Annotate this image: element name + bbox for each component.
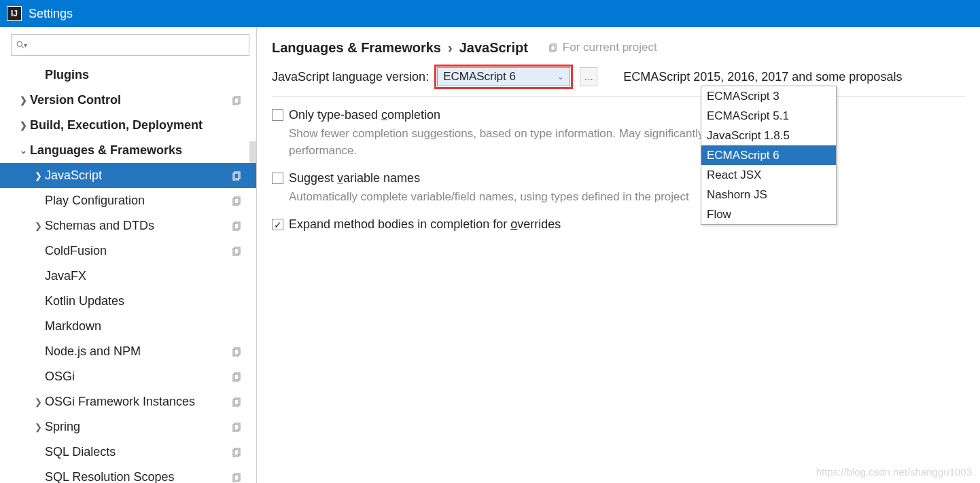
sidebar-item-label: OSGi xyxy=(45,370,75,384)
sidebar-item-label: Build, Execution, Deployment xyxy=(30,118,203,132)
chevron-right-icon: ❯ xyxy=(31,171,45,181)
sidebar-item-sql-dialects[interactable]: ▶SQL Dialects xyxy=(0,440,256,465)
project-scope-icon xyxy=(232,221,243,232)
sidebar-item-plugins[interactable]: ▶Plugins xyxy=(0,62,256,88)
option-type-based-completion: Only type-based completion Show fewer co… xyxy=(272,105,965,159)
watermark: https://blog.csdn.net/shanggu1003 xyxy=(816,466,972,478)
sidebar-item-languages-frameworks[interactable]: ⌄Languages & Frameworks xyxy=(0,138,256,163)
sidebar-item-sql-resolution-scopes[interactable]: ▶SQL Resolution Scopes xyxy=(0,465,256,483)
breadcrumb: Languages & Frameworks › JavaScript For … xyxy=(272,34,965,61)
sidebar-item-label: Languages & Frameworks xyxy=(30,143,182,158)
language-version-select[interactable]: ECMAScript 6 ⌄ xyxy=(437,67,570,86)
dropdown-item[interactable]: ECMAScript 5.1 xyxy=(701,106,836,126)
search-field[interactable] xyxy=(30,39,245,51)
language-version-row: JavaScript language version: ECMAScript … xyxy=(272,61,965,92)
chevron-down-icon: ⌄ xyxy=(557,72,564,82)
language-version-more-button[interactable]: … xyxy=(580,67,597,86)
option-expand-method-bodies: Expand method bodies in completion for o… xyxy=(272,215,965,234)
project-scope-icon xyxy=(232,346,243,357)
sidebar-item-schemas-dtds[interactable]: ❯Schemas and DTDs xyxy=(0,213,256,238)
chevron-down-icon: ⌄ xyxy=(16,145,30,156)
dialog-body: ▾ ▶Plugins ❯Version Control ❯Build, Exec… xyxy=(0,27,980,483)
sidebar-item-version-control[interactable]: ❯Version Control xyxy=(0,88,256,113)
option-label: Suggest variable names xyxy=(289,171,420,185)
search-dropdown-icon: ▾ xyxy=(24,41,27,49)
sidebar-item-label: Kotlin Updates xyxy=(45,294,124,308)
chevron-right-icon: ❯ xyxy=(16,95,30,105)
sidebar-item-label: OSGi Framework Instances xyxy=(45,395,195,409)
sidebar-item-osgi-framework-instances[interactable]: ❯OSGi Framework Instances xyxy=(0,389,256,414)
breadcrumb-current: JavaScript xyxy=(459,40,528,56)
project-scope-icon xyxy=(232,472,243,483)
chevron-right-icon: ❯ xyxy=(31,221,45,231)
chevron-right-icon: ❯ xyxy=(31,397,45,407)
option-label: Only type-based completion xyxy=(289,108,440,122)
project-scope-icon xyxy=(232,171,243,181)
chevron-right-icon: ❯ xyxy=(16,120,30,130)
select-value: ECMAScript 6 xyxy=(443,70,516,84)
divider xyxy=(272,96,965,97)
dropdown-item[interactable]: Nashorn JS xyxy=(701,185,836,204)
dropdown-item[interactable]: React JSX xyxy=(701,165,836,185)
checkbox-type-based-completion[interactable] xyxy=(272,109,283,121)
sidebar-item-play-configuration[interactable]: ▶Play Configuration xyxy=(0,188,256,213)
highlight-box: ECMAScript 6 ⌄ xyxy=(434,65,573,89)
project-scope-icon xyxy=(232,246,243,257)
project-scope-icon xyxy=(548,43,559,53)
search-input[interactable]: ▾ xyxy=(11,34,249,56)
sidebar-item-markdown[interactable]: ▶Markdown xyxy=(0,314,256,339)
settings-tree: ▶Plugins ❯Version Control ❯Build, Execut… xyxy=(0,60,256,483)
sidebar-item-label: JavaScript xyxy=(45,168,102,183)
dropdown-item[interactable]: ECMAScript 3 xyxy=(701,86,836,106)
project-scope-icon xyxy=(232,447,243,458)
project-scope-icon xyxy=(232,397,243,408)
sidebar-item-label: Play Configuration xyxy=(45,194,145,208)
sidebar-item-label: ColdFusion xyxy=(45,244,107,258)
dropdown-item[interactable]: JavaScript 1.8.5 xyxy=(701,126,836,145)
sidebar-item-label: Node.js and NPM xyxy=(45,344,141,359)
sidebar: ▾ ▶Plugins ❯Version Control ❯Build, Exec… xyxy=(0,27,257,483)
sidebar-item-label: SQL Resolution Scopes xyxy=(45,470,174,483)
sidebar-item-osgi[interactable]: ▶OSGi xyxy=(0,364,256,389)
sidebar-item-label: Markdown xyxy=(45,319,101,334)
sidebar-item-javascript[interactable]: ❯JavaScript xyxy=(0,163,256,188)
app-logo-icon: IJ xyxy=(7,6,22,21)
language-version-dropdown[interactable]: ECMAScript 3 ECMAScript 5.1 JavaScript 1… xyxy=(701,86,837,225)
checkbox-expand-method-bodies[interactable] xyxy=(272,219,283,230)
sidebar-item-coldfusion[interactable]: ▶ColdFusion xyxy=(0,238,256,264)
option-suggest-variable-names: Suggest variable names Automatically com… xyxy=(272,168,965,206)
sidebar-item-javafx[interactable]: ▶JavaFX xyxy=(0,264,256,289)
svg-point-0 xyxy=(17,41,22,46)
project-scope-icon xyxy=(232,422,243,433)
dropdown-item-selected[interactable]: ECMAScript 6 xyxy=(701,145,836,165)
sidebar-item-spring[interactable]: ❯Spring xyxy=(0,414,256,440)
chevron-right-icon: ❯ xyxy=(31,422,45,432)
project-scope-icon xyxy=(232,372,243,382)
sidebar-item-nodejs-npm[interactable]: ▶Node.js and NPM xyxy=(0,339,256,364)
checkbox-suggest-variable-names[interactable] xyxy=(272,173,283,184)
breadcrumb-parent[interactable]: Languages & Frameworks xyxy=(272,40,441,56)
sidebar-item-kotlin-updates[interactable]: ▶Kotlin Updates xyxy=(0,289,256,314)
language-version-description: ECMAScript 2015, 2016, 2017 and some pro… xyxy=(623,70,902,84)
titlebar: IJ Settings xyxy=(0,0,980,27)
main-panel: Languages & Frameworks › JavaScript For … xyxy=(257,27,980,483)
chevron-right-icon: › xyxy=(448,40,453,56)
scope-text: For current project xyxy=(563,41,657,54)
sidebar-item-label: Schemas and DTDs xyxy=(45,219,154,233)
sidebar-item-label: Version Control xyxy=(30,93,121,107)
sidebar-item-label: Spring xyxy=(45,420,80,434)
sidebar-item-label: Plugins xyxy=(45,68,89,82)
project-scope-icon xyxy=(232,95,243,106)
project-scope-icon xyxy=(232,196,243,207)
sidebar-item-label: JavaFX xyxy=(45,269,86,283)
sidebar-item-label: SQL Dialects xyxy=(45,445,116,459)
window-title: Settings xyxy=(29,7,73,21)
language-version-label: JavaScript language version: xyxy=(272,70,429,84)
dropdown-item[interactable]: Flow xyxy=(701,204,836,224)
scope-label: For current project xyxy=(548,41,657,54)
option-label: Expand method bodies in completion for o… xyxy=(289,217,561,232)
sidebar-item-build-execution-deployment[interactable]: ❯Build, Execution, Deployment xyxy=(0,113,256,138)
